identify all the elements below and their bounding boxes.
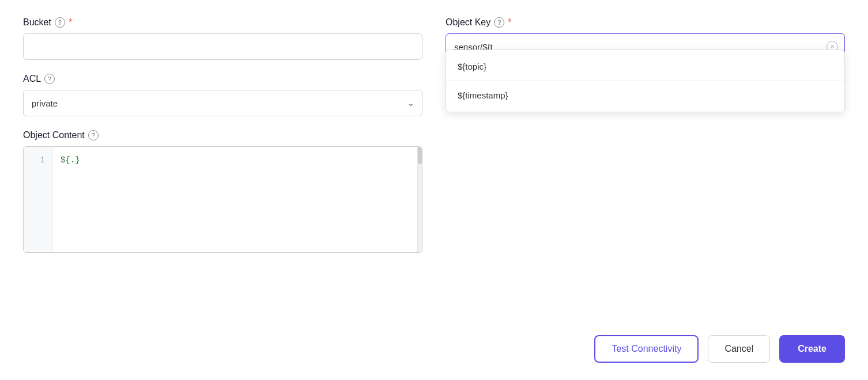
object-content-section: Object Content ? 1 ${.} [23,130,422,253]
bucket-label-text: Bucket [23,17,51,28]
code-line-1: ${.} [61,155,80,165]
editor-scrollbar[interactable] [417,147,422,252]
object-key-label: Object Key ? * [446,17,845,28]
object-content-help-icon[interactable]: ? [88,130,99,140]
bucket-input[interactable] [23,33,422,60]
acl-label: ACL ? [23,74,422,84]
object-key-required-star: * [508,17,511,28]
test-connectivity-button[interactable]: Test Connectivity [594,335,699,363]
bucket-label: Bucket ? * [23,17,422,28]
acl-label-text: ACL [23,74,41,84]
line-numbers: 1 [24,147,52,252]
object-key-section: Object Key ? * × ${topic} ${timestamp} [446,17,845,60]
autocomplete-divider [446,81,844,81]
object-key-help-icon[interactable]: ? [494,17,504,28]
bucket-help-icon[interactable]: ? [55,17,65,28]
bottom-actions: Test Connectivity Cancel Create [594,335,845,363]
scrollbar-thumb [418,147,422,164]
cancel-button[interactable]: Cancel [708,335,770,363]
bucket-section: Bucket ? * [23,17,422,60]
line-number-1: 1 [40,154,45,166]
main-container: Bucket ? * ACL ? private public-read pub… [0,0,868,380]
object-key-label-text: Object Key [446,17,490,28]
acl-section: ACL ? private public-read public-read-wr… [23,74,422,116]
object-content-label-text: Object Content [23,130,85,140]
code-content-area[interactable]: ${.} [52,147,422,252]
bucket-required-star: * [69,17,72,28]
acl-help-icon[interactable]: ? [44,74,55,84]
autocomplete-item-topic[interactable]: ${topic} [446,55,844,78]
acl-select[interactable]: private public-read public-read-write au… [23,90,422,116]
autocomplete-item-timestamp[interactable]: ${timestamp} [446,83,844,107]
form-grid: Bucket ? * ACL ? private public-read pub… [23,17,845,267]
create-button[interactable]: Create [779,335,845,363]
acl-select-wrapper: private public-read public-read-write au… [23,90,422,116]
left-column: Bucket ? * ACL ? private public-read pub… [23,17,422,267]
object-content-label: Object Content ? [23,130,422,140]
code-editor: 1 ${.} [23,146,422,253]
autocomplete-dropdown: ${topic} ${timestamp} [446,50,845,112]
right-column: Object Key ? * × ${topic} ${timestamp} [446,17,845,267]
